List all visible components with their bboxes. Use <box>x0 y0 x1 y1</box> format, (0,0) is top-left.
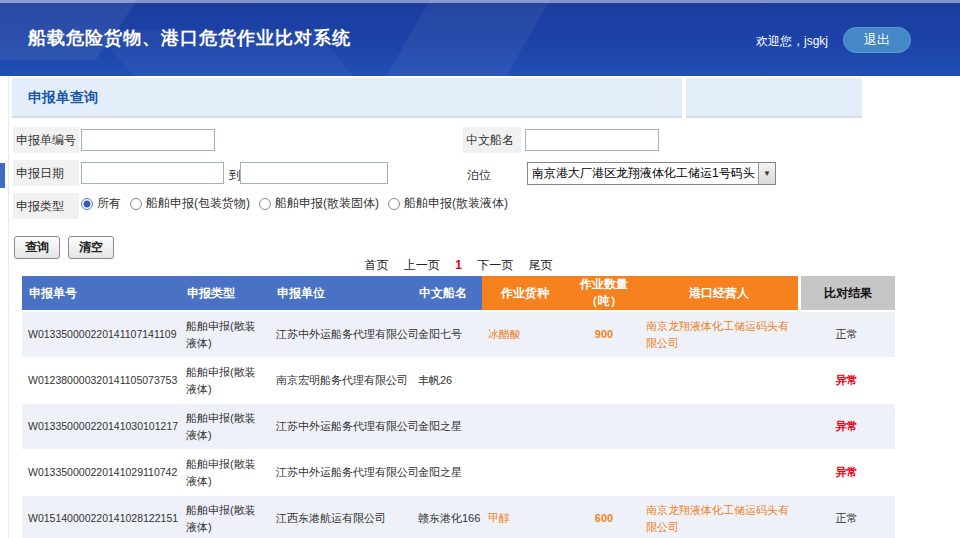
ship-name-input[interactable] <box>525 129 659 151</box>
pagination: 首页 上一页 1 下一页 尾页 <box>22 257 895 274</box>
ship-name-label: 中文船名 <box>463 127 521 153</box>
header-declaration-no: 申报单号 <box>22 276 180 312</box>
cell-declaration-type: 船舶申报(散装液体) <box>180 312 270 358</box>
radio-bulk-solid[interactable]: 船舶申报(散装固体) <box>259 195 379 212</box>
query-button[interactable]: 查询 <box>14 236 60 259</box>
cell-declaration-no: W013350000220141107141109 <box>22 312 180 358</box>
table-row: W012380000320141105073753船舶申报(散装液体)南京宏明船… <box>22 358 895 404</box>
radio-all[interactable]: 所有 <box>81 195 121 212</box>
radio-icon <box>81 198 93 210</box>
header-declaration-type: 申报类型 <box>180 276 270 312</box>
cell-quantity: 900 <box>568 312 640 358</box>
content-left-divider <box>8 76 9 538</box>
welcome-text: 欢迎您，jsgkj <box>756 33 828 50</box>
table-body: W013350000220141107141109船舶申报(散装液体)江苏中外运… <box>22 312 895 538</box>
cell-declaration-type: 船舶申报(散装液体) <box>180 496 270 538</box>
cell-declaration-no: W013350000220141029110742 <box>22 450 180 496</box>
header-port-operator: 港口经营人 <box>640 276 798 312</box>
section-header-secondary <box>686 78 862 118</box>
app-title: 船载危险货物、港口危货作业比对系统 <box>28 26 351 50</box>
cell-compare-result: 正常 <box>798 496 895 538</box>
berth-select[interactable]: 南京港大厂港区龙翔液体化工储运1号码头 ▼ <box>527 162 776 185</box>
cell-quantity <box>568 358 640 404</box>
date-from-input[interactable] <box>81 162 224 184</box>
cell-declaration-unit: 江西东港航运有限公司 <box>270 496 412 538</box>
cell-ship-name: 金阳之星 <box>412 450 482 496</box>
cell-port-operator: 南京龙翔液体化工储运码头有限公司 <box>640 496 798 538</box>
cell-declaration-type: 船舶申报(散装液体) <box>180 404 270 450</box>
table-header-row: 申报单号 申报类型 申报单位 中文船名 作业货种 作业数量（吨） 港口经营人 比… <box>22 276 895 312</box>
cell-compare-result: 异常 <box>798 358 895 404</box>
radio-bulk-liquid[interactable]: 船舶申报(散装液体) <box>388 195 508 212</box>
cell-cargo-type <box>482 450 568 496</box>
declaration-date-label: 申报日期 <box>13 160 79 186</box>
table-row: W013350000220141029110742船舶申报(散装液体)江苏中外运… <box>22 450 895 496</box>
cell-cargo-type <box>482 358 568 404</box>
declaration-no-input[interactable] <box>81 129 215 151</box>
cell-ship-name: 金阳之星 <box>412 404 482 450</box>
cell-quantity: 600 <box>568 496 640 538</box>
cell-declaration-unit: 江苏中外运船务代理有限公司 <box>270 312 412 358</box>
header-ship-name: 中文船名 <box>412 276 482 312</box>
section-header: 申报单查询 <box>12 78 682 118</box>
cell-port-operator <box>640 450 798 496</box>
clear-button[interactable]: 清空 <box>68 236 114 259</box>
cell-compare-result: 正常 <box>798 312 895 358</box>
radio-icon <box>130 198 142 210</box>
cell-port-operator <box>640 404 798 450</box>
page-title: 申报单查询 <box>12 78 682 116</box>
cell-declaration-type: 船舶申报(散装液体) <box>180 450 270 496</box>
cell-port-operator <box>640 358 798 404</box>
header-quantity: 作业数量（吨） <box>568 276 640 312</box>
pagination-first[interactable]: 首页 <box>364 258 388 272</box>
dropdown-arrow-icon: ▼ <box>758 163 775 184</box>
cell-compare-result: 异常 <box>798 404 895 450</box>
pagination-next[interactable]: 下一页 <box>477 258 513 272</box>
cell-declaration-no: W012380000320141105073753 <box>22 358 180 404</box>
header-cargo-type: 作业货种 <box>482 276 568 312</box>
pagination-last[interactable]: 尾页 <box>529 258 553 272</box>
left-accent-bar <box>0 163 5 188</box>
result-table: 申报单号 申报类型 申报单位 中文船名 作业货种 作业数量（吨） 港口经营人 比… <box>22 276 895 538</box>
cell-declaration-type: 船舶申报(散装液体) <box>180 358 270 404</box>
radio-label: 船舶申报(散装固体) <box>275 195 379 212</box>
cell-declaration-unit: 江苏中外运船务代理有限公司 <box>270 404 412 450</box>
cell-ship-name: 丰帆26 <box>412 358 482 404</box>
cell-cargo-type: 甲醇 <box>482 496 568 538</box>
declaration-no-label: 申报单编号 <box>13 127 79 153</box>
header-compare-result: 比对结果 <box>798 276 895 312</box>
cell-declaration-unit: 江苏中外运船务代理有限公司 <box>270 450 412 496</box>
cell-cargo-type: 冰醋酸 <box>482 312 568 358</box>
cell-compare-result: 异常 <box>798 450 895 496</box>
declaration-type-label: 申报类型 <box>13 193 79 219</box>
cell-ship-name: 赣东港化166 <box>412 496 482 538</box>
radio-label: 船舶申报(包装货物) <box>146 195 250 212</box>
radio-label: 所有 <box>97 195 121 212</box>
declaration-type-radio-group: 所有 船舶申报(包装货物) 船舶申报(散装固体) 船舶申报(散装液体) <box>81 195 508 212</box>
logout-button[interactable]: 退出 <box>843 27 911 53</box>
radio-packaged-goods[interactable]: 船舶申报(包装货物) <box>130 195 250 212</box>
cell-declaration-unit: 南京宏明船务代理有限公司 <box>270 358 412 404</box>
pagination-current-page: 1 <box>455 258 462 272</box>
radio-icon <box>259 198 271 210</box>
cell-ship-name: 金阳七号 <box>412 312 482 358</box>
cell-port-operator: 南京龙翔液体化工储运码头有限公司 <box>640 312 798 358</box>
app-header: 船载危险货物、港口危货作业比对系统 欢迎您，jsgkj 退出 <box>0 0 960 76</box>
cell-cargo-type <box>482 404 568 450</box>
cell-quantity <box>568 450 640 496</box>
cell-declaration-no: W015140000220141028122151 <box>22 496 180 538</box>
radio-label: 船舶申报(散装液体) <box>404 195 508 212</box>
table-row: W015140000220141028122151船舶申报(散装液体)江西东港航… <box>22 496 895 538</box>
berth-label: 泊位 <box>467 167 491 184</box>
table-row: W013350000220141107141109船舶申报(散装液体)江苏中外运… <box>22 312 895 358</box>
cell-declaration-no: W013350000220141030101217 <box>22 404 180 450</box>
date-to-input[interactable] <box>240 162 388 184</box>
header-declaration-unit: 申报单位 <box>270 276 412 312</box>
pagination-prev[interactable]: 上一页 <box>404 258 440 272</box>
header-decoration <box>378 0 562 76</box>
berth-selected-value: 南京港大厂港区龙翔液体化工储运1号码头 <box>532 163 755 184</box>
cell-quantity <box>568 404 640 450</box>
radio-icon <box>388 198 400 210</box>
table-row: W013350000220141030101217船舶申报(散装液体)江苏中外运… <box>22 404 895 450</box>
